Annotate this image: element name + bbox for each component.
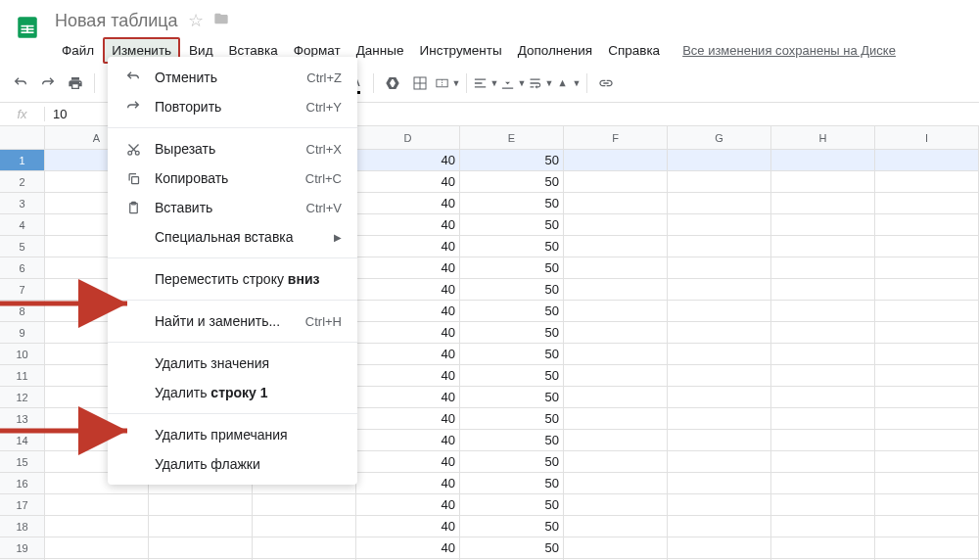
- cell[interactable]: 50: [460, 322, 564, 344]
- folder-icon[interactable]: [213, 11, 229, 31]
- cell[interactable]: 50: [460, 344, 564, 365]
- cell[interactable]: [771, 301, 875, 322]
- cell[interactable]: 50: [460, 387, 564, 408]
- cell[interactable]: [875, 322, 979, 344]
- cell[interactable]: [253, 516, 356, 537]
- undo-button[interactable]: [8, 70, 33, 96]
- cell[interactable]: [875, 214, 979, 236]
- cell[interactable]: 40: [356, 473, 460, 494]
- cell[interactable]: 50: [460, 473, 564, 494]
- cell[interactable]: [564, 214, 668, 236]
- cell[interactable]: [771, 516, 875, 537]
- cell[interactable]: [564, 365, 668, 387]
- cell[interactable]: [668, 430, 771, 451]
- cell[interactable]: [149, 516, 253, 537]
- cell[interactable]: 50: [460, 430, 564, 451]
- row-header[interactable]: 6: [0, 257, 45, 279]
- cell[interactable]: [668, 537, 771, 559]
- row-header[interactable]: 17: [0, 494, 45, 516]
- cell[interactable]: 40: [356, 365, 460, 387]
- row-header[interactable]: 4: [0, 214, 45, 236]
- row-header[interactable]: 16: [0, 473, 45, 494]
- menu-delete-row[interactable]: Удалить строку 1: [108, 378, 357, 407]
- row-header[interactable]: 8: [0, 301, 45, 322]
- sheets-logo[interactable]: [8, 8, 47, 47]
- cell[interactable]: [253, 494, 356, 516]
- menu-move-row-down[interactable]: Переместить строку вниз: [108, 264, 357, 294]
- cell[interactable]: 40: [356, 430, 460, 451]
- cell[interactable]: 40: [356, 537, 460, 559]
- cell[interactable]: 40: [356, 214, 460, 236]
- cell[interactable]: 50: [460, 301, 564, 322]
- menu-delete-notes[interactable]: Удалить примечания: [108, 420, 357, 449]
- menu-redo[interactable]: Повторить Ctrl+Y: [108, 92, 357, 121]
- col-header[interactable]: F: [564, 126, 668, 149]
- cell[interactable]: 40: [356, 150, 460, 171]
- cell[interactable]: 50: [460, 494, 564, 516]
- cell[interactable]: [668, 494, 771, 516]
- star-icon[interactable]: ☆: [188, 10, 204, 31]
- cell[interactable]: [668, 451, 771, 473]
- menu-tools[interactable]: Инструменты: [412, 39, 508, 62]
- rotate-button[interactable]: ▼: [555, 70, 581, 96]
- cell[interactable]: [564, 344, 668, 365]
- cell[interactable]: [149, 494, 253, 516]
- merge-button[interactable]: ▼: [435, 70, 460, 96]
- cell[interactable]: [771, 344, 875, 365]
- cell[interactable]: [771, 150, 875, 171]
- cell[interactable]: [771, 387, 875, 408]
- cell[interactable]: [875, 193, 979, 214]
- row-header[interactable]: 1: [0, 150, 45, 171]
- cell[interactable]: [564, 537, 668, 559]
- cell[interactable]: [668, 279, 771, 301]
- cell[interactable]: [564, 451, 668, 473]
- row-header[interactable]: 9: [0, 322, 45, 344]
- cell[interactable]: [45, 494, 149, 516]
- menu-delete-checkboxes[interactable]: Удалить флажки: [108, 449, 357, 479]
- col-header[interactable]: G: [668, 126, 771, 149]
- cell[interactable]: [875, 150, 979, 171]
- cell[interactable]: [771, 193, 875, 214]
- cell[interactable]: [875, 365, 979, 387]
- cell[interactable]: [875, 344, 979, 365]
- row-header[interactable]: 11: [0, 365, 45, 387]
- cell[interactable]: 40: [356, 408, 460, 430]
- cell[interactable]: [875, 494, 979, 516]
- cell[interactable]: [771, 430, 875, 451]
- row-header[interactable]: 10: [0, 344, 45, 365]
- valign-button[interactable]: ▼: [500, 70, 526, 96]
- cell[interactable]: [668, 214, 771, 236]
- cell[interactable]: 40: [356, 516, 460, 537]
- cell[interactable]: [668, 257, 771, 279]
- cell[interactable]: [771, 257, 875, 279]
- menu-find-replace[interactable]: Найти и заменить... Ctrl+H: [108, 306, 357, 336]
- cell[interactable]: [875, 171, 979, 193]
- menu-delete-values[interactable]: Удалить значения: [108, 349, 357, 378]
- menu-copy[interactable]: Копировать Ctrl+C: [108, 163, 357, 193]
- borders-button[interactable]: [407, 70, 433, 96]
- cell[interactable]: 50: [460, 236, 564, 257]
- row-header[interactable]: 18: [0, 516, 45, 537]
- cell[interactable]: 40: [356, 279, 460, 301]
- cell[interactable]: 40: [356, 301, 460, 322]
- cell[interactable]: [253, 537, 356, 559]
- cell[interactable]: [668, 150, 771, 171]
- row-header[interactable]: 7: [0, 279, 45, 301]
- cell[interactable]: 50: [460, 365, 564, 387]
- cell[interactable]: 40: [356, 322, 460, 344]
- cell[interactable]: [668, 365, 771, 387]
- cell[interactable]: [564, 408, 668, 430]
- cell[interactable]: [668, 236, 771, 257]
- cell[interactable]: [875, 236, 979, 257]
- cell[interactable]: 50: [460, 257, 564, 279]
- cell[interactable]: 50: [460, 537, 564, 559]
- row-header[interactable]: 19: [0, 537, 45, 559]
- cell[interactable]: [771, 451, 875, 473]
- cell[interactable]: [875, 451, 979, 473]
- cell[interactable]: [771, 408, 875, 430]
- cell[interactable]: [668, 387, 771, 408]
- cell[interactable]: [875, 257, 979, 279]
- cell[interactable]: 50: [460, 150, 564, 171]
- link-button[interactable]: [593, 70, 619, 96]
- menu-undo[interactable]: Отменить Ctrl+Z: [108, 63, 357, 92]
